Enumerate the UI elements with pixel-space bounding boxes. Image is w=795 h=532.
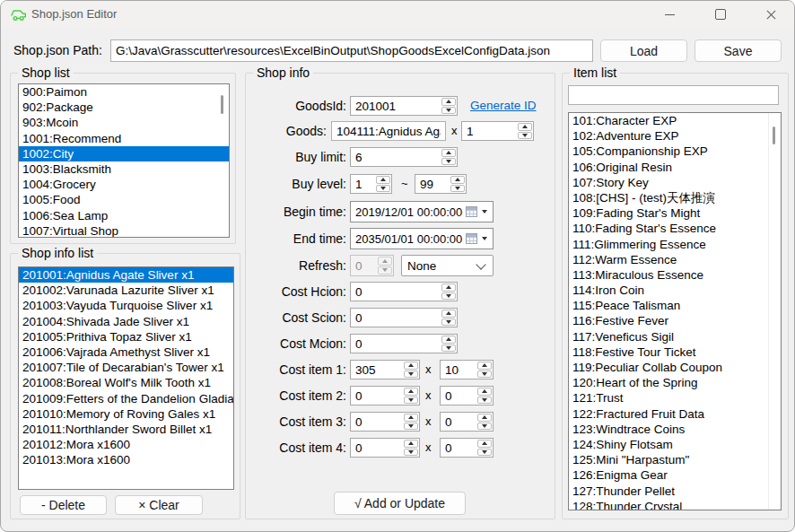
goods-count-spinner[interactable] bbox=[461, 121, 534, 141]
cost-item-3-count-spinner[interactable] bbox=[440, 412, 494, 432]
buy-level-max-input[interactable] bbox=[415, 175, 450, 193]
cost-hcion-spinner[interactable] bbox=[350, 282, 458, 301]
list-item[interactable]: 113:Miraculous Essence bbox=[569, 267, 781, 283]
list-item[interactable]: 902:Package bbox=[19, 100, 229, 115]
goods-count-input[interactable] bbox=[462, 122, 517, 140]
buy-limit-spinner[interactable] bbox=[350, 147, 458, 167]
spin-up-icon[interactable] bbox=[450, 176, 465, 184]
refresh-mode-combobox[interactable]: None bbox=[401, 255, 494, 276]
buy-level-max-spinner[interactable] bbox=[415, 174, 467, 194]
spin-down-icon[interactable] bbox=[477, 371, 492, 379]
list-item[interactable]: 1001:Recommend bbox=[19, 131, 229, 146]
delete-button[interactable]: - Delete bbox=[20, 495, 107, 515]
spin-up-icon[interactable] bbox=[477, 440, 492, 448]
goods-input[interactable] bbox=[331, 121, 446, 141]
cost-mcion-input[interactable] bbox=[351, 335, 441, 353]
item-search-input[interactable] bbox=[568, 85, 779, 105]
list-item[interactable]: 1004:Grocery bbox=[19, 177, 229, 192]
item-listbox[interactable]: 101:Character EXP102:Adventure EXP105:Co… bbox=[568, 112, 782, 510]
spin-down-icon[interactable] bbox=[404, 423, 418, 431]
list-item[interactable]: 900:Paimon bbox=[19, 84, 229, 100]
list-item[interactable]: 903:Mcoin bbox=[19, 115, 229, 130]
list-item[interactable]: 105:Companionship EXP bbox=[569, 144, 781, 159]
end-time-picker[interactable]: 2035/01/01 00:00:00 bbox=[350, 228, 494, 249]
spin-down-icon[interactable] bbox=[441, 292, 456, 301]
cost-scion-input[interactable] bbox=[351, 309, 441, 327]
spin-up-icon[interactable] bbox=[518, 123, 532, 131]
path-input[interactable] bbox=[110, 39, 593, 62]
list-item[interactable]: 112:Warm Essence bbox=[569, 252, 781, 267]
list-item[interactable]: 122:Fractured Fruit Data bbox=[569, 406, 781, 422]
list-item[interactable]: 102:Adventure EXP bbox=[569, 128, 781, 144]
title-bar[interactable]: Shop.json Editor bbox=[1, 1, 794, 28]
list-item[interactable]: 121:Trust bbox=[569, 390, 781, 406]
spin-up-icon[interactable] bbox=[404, 388, 418, 396]
begin-time-picker[interactable]: 2019/12/01 00:00:00 bbox=[350, 201, 494, 222]
spin-down-icon[interactable] bbox=[477, 449, 492, 457]
list-item[interactable]: 108:[CHS] - (test)天体推演 bbox=[569, 190, 781, 205]
list-item[interactable]: 201013:Mora x1600 bbox=[19, 452, 233, 467]
spin-up-icon[interactable] bbox=[441, 336, 456, 344]
cost-item-2-id-input[interactable] bbox=[351, 387, 403, 405]
list-item[interactable]: 127:Thunder Pellet bbox=[569, 484, 781, 499]
buy-level-min-spinner[interactable] bbox=[350, 174, 392, 194]
spin-up-icon[interactable] bbox=[441, 98, 456, 106]
list-item[interactable]: 201010:Memory of Roving Gales x1 bbox=[19, 406, 233, 422]
spin-up-icon[interactable] bbox=[441, 310, 456, 318]
spin-down-icon[interactable] bbox=[450, 185, 465, 193]
list-item[interactable]: 201007:Tile of Decarabian's Tower x1 bbox=[19, 360, 233, 375]
spin-up-icon[interactable] bbox=[376, 176, 390, 184]
list-item[interactable]: 119:Peculiar Collab Coupon bbox=[569, 360, 781, 375]
list-item[interactable]: 111:Glimmering Essence bbox=[569, 237, 781, 252]
list-item[interactable]: 107:Story Key bbox=[569, 175, 781, 190]
buy-limit-input[interactable] bbox=[351, 148, 441, 166]
spin-down-icon[interactable] bbox=[404, 397, 418, 405]
cost-item-1-id-spinner[interactable] bbox=[350, 360, 420, 379]
list-item[interactable]: 101:Character EXP bbox=[569, 113, 781, 128]
spin-down-icon[interactable] bbox=[477, 397, 492, 405]
close-button[interactable] bbox=[750, 2, 791, 27]
save-button[interactable]: Save bbox=[695, 39, 782, 62]
add-or-update-button[interactable]: √ Add or Update bbox=[334, 492, 466, 515]
list-item[interactable]: 115:Peace Talisman bbox=[569, 298, 781, 313]
cost-item-3-count-input[interactable] bbox=[441, 413, 476, 431]
list-item[interactable]: 201002:Varunada Lazurite Sliver x1 bbox=[19, 283, 233, 298]
cost-hcion-input[interactable] bbox=[351, 283, 441, 301]
list-item[interactable]: 201008:Boreal Wolf's Milk Tooth x1 bbox=[19, 375, 233, 390]
cost-item-3-id-input[interactable] bbox=[351, 413, 403, 431]
spin-up-icon[interactable] bbox=[477, 362, 492, 370]
list-item[interactable]: 201003:Vayuda Turquoise Sliver x1 bbox=[19, 298, 233, 313]
spin-up-icon[interactable] bbox=[404, 414, 418, 422]
list-item[interactable]: 123:Windtrace Coins bbox=[569, 422, 781, 437]
spin-down-icon[interactable] bbox=[441, 107, 456, 115]
generate-id-link[interactable]: Generate ID bbox=[470, 96, 537, 116]
spin-up-icon[interactable] bbox=[477, 388, 492, 396]
list-item[interactable]: 1005:Food bbox=[19, 192, 229, 207]
spin-down-icon[interactable] bbox=[404, 449, 418, 457]
cost-item-4-id-spinner[interactable] bbox=[350, 438, 420, 458]
cost-item-1-count-spinner[interactable] bbox=[440, 360, 494, 379]
spin-up-icon[interactable] bbox=[441, 283, 456, 292]
dropdown-icon[interactable] bbox=[482, 210, 487, 214]
spin-down-icon[interactable] bbox=[477, 423, 492, 431]
cost-item-3-id-spinner[interactable] bbox=[350, 412, 420, 432]
list-item[interactable]: 201006:Vajrada Amethyst Sliver x1 bbox=[19, 344, 233, 360]
spin-down-icon[interactable] bbox=[441, 158, 456, 166]
minimize-button[interactable] bbox=[649, 2, 690, 27]
list-item[interactable]: 201011:Northlander Sword Billet x1 bbox=[19, 422, 233, 437]
list-item[interactable]: 1003:Blacksmith bbox=[19, 161, 229, 177]
cost-item-4-id-input[interactable] bbox=[351, 439, 403, 457]
goods-id-input[interactable] bbox=[351, 97, 441, 115]
list-item[interactable]: 125:Mini "Harpastum" bbox=[569, 452, 781, 467]
load-button[interactable]: Load bbox=[600, 39, 687, 62]
shop-info-listbox[interactable]: 201001:Agnidus Agate Sliver x1201002:Var… bbox=[18, 266, 234, 490]
spin-down-icon[interactable] bbox=[441, 344, 456, 353]
list-item[interactable]: 1006:Sea Lamp bbox=[19, 208, 229, 223]
list-item[interactable]: 201012:Mora x1600 bbox=[19, 437, 233, 452]
cost-item-4-count-spinner[interactable] bbox=[440, 438, 494, 458]
list-item[interactable]: 126:Enigma Gear bbox=[569, 467, 781, 483]
list-item[interactable]: 120:Heart of the Spring bbox=[569, 375, 781, 390]
clear-button[interactable]: × Clear bbox=[115, 495, 203, 515]
maximize-button[interactable] bbox=[700, 2, 741, 27]
list-item[interactable]: 1007:Virtual Shop bbox=[19, 223, 229, 238]
